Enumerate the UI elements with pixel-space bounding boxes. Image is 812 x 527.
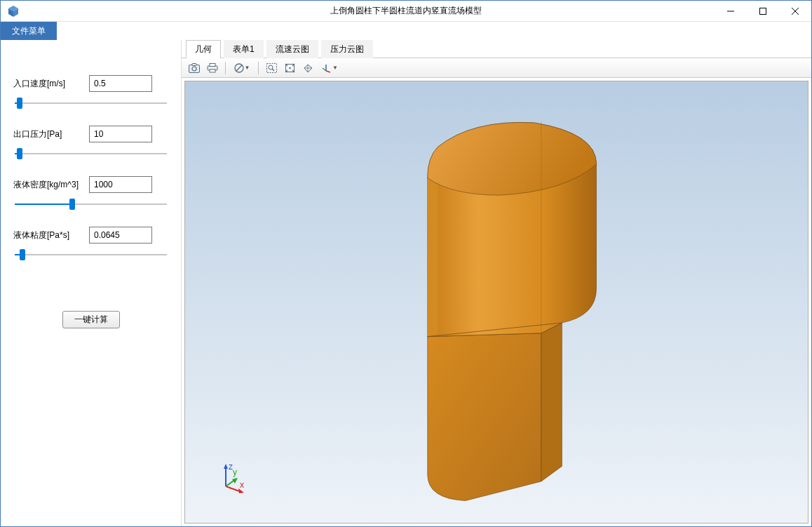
menubar: 文件菜单 xyxy=(1,22,811,40)
zoom-box-button[interactable] xyxy=(263,60,280,76)
svg-rect-7 xyxy=(189,65,200,72)
screenshot-button[interactable] xyxy=(186,60,203,76)
svg-line-17 xyxy=(272,69,274,71)
outlet-pressure-input[interactable] xyxy=(89,126,152,142)
field-outlet-pressure: 出口压力[Pa] xyxy=(13,126,168,142)
svg-line-14 xyxy=(236,65,241,70)
outlet-pressure-slider[interactable] xyxy=(13,147,168,161)
titlebar: 上倒角圆柱下半圆柱流道内竖直流场模型 xyxy=(1,1,811,22)
window-controls xyxy=(715,1,811,21)
svg-rect-12 xyxy=(210,69,215,72)
model-3d xyxy=(185,81,808,523)
field-label: 液体粘度[Pa*s] xyxy=(13,229,89,241)
field-label: 液体密度[kg/m^3] xyxy=(13,179,89,191)
field-label: 入口速度[m/s] xyxy=(13,78,89,90)
maximize-button[interactable] xyxy=(747,1,779,21)
chevron-down-icon: ▼ xyxy=(332,65,338,71)
field-density: 液体密度[kg/m^3] xyxy=(13,176,168,193)
viewport-toolbar: ▼ ▼ xyxy=(182,58,811,78)
zoom-extents-button[interactable] xyxy=(281,60,298,76)
svg-line-22 xyxy=(323,68,326,71)
tab-pressure-cloud[interactable]: 压力云图 xyxy=(321,40,373,58)
field-inlet-velocity: 入口速度[m/s] xyxy=(13,75,168,92)
content-area: 几何 表单1 流速云图 压力云图 ▼ xyxy=(182,40,811,526)
svg-line-21 xyxy=(326,71,330,72)
close-button[interactable] xyxy=(779,1,811,21)
window-title: 上倒角圆柱下半圆柱流道内竖直流场模型 xyxy=(330,5,482,17)
chevron-down-icon: ▼ xyxy=(245,65,250,71)
viscosity-slider[interactable] xyxy=(13,248,168,262)
svg-rect-8 xyxy=(192,63,196,65)
file-menu[interactable]: 文件菜单 xyxy=(1,22,57,40)
svg-rect-11 xyxy=(210,63,215,66)
svg-marker-26 xyxy=(224,464,228,469)
field-viscosity: 液体粘度[Pa*s] xyxy=(13,227,168,244)
sidebar: 入口速度[m/s] 出口压力[Pa] 液体密度[kg/m^3] 液体粘度[Pa*… xyxy=(1,40,182,526)
axis-indicator: z x y xyxy=(216,462,248,495)
axis-orientation-button[interactable]: ▼ xyxy=(318,60,341,76)
svg-point-19 xyxy=(289,67,290,68)
print-button[interactable] xyxy=(204,60,221,76)
axis-y-label: y xyxy=(233,467,237,477)
inlet-velocity-slider[interactable] xyxy=(13,96,168,110)
svg-rect-15 xyxy=(266,63,276,72)
clear-button[interactable]: ▼ xyxy=(230,60,254,76)
zoom-selection-button[interactable] xyxy=(299,60,316,76)
tab-velocity-cloud[interactable]: 流速云图 xyxy=(266,40,318,58)
toolbar-separator xyxy=(258,62,259,74)
field-label: 出口压力[Pa] xyxy=(13,128,89,140)
density-input[interactable] xyxy=(89,176,152,193)
density-slider[interactable] xyxy=(13,197,168,211)
tabs: 几何 表单1 流速云图 压力云图 xyxy=(182,40,811,58)
tab-form1[interactable]: 表单1 xyxy=(224,40,264,58)
inlet-velocity-input[interactable] xyxy=(89,75,152,92)
viscosity-input[interactable] xyxy=(89,227,152,244)
toolbar-separator xyxy=(225,62,226,74)
minimize-button[interactable] xyxy=(715,1,747,21)
compute-button[interactable]: 一键计算 xyxy=(62,311,120,328)
viewport-3d[interactable]: z x y xyxy=(184,81,808,523)
svg-rect-4 xyxy=(760,8,766,14)
app-icon xyxy=(6,4,20,18)
tab-geometry[interactable]: 几何 xyxy=(186,40,221,58)
main-area: 入口速度[m/s] 出口压力[Pa] 液体密度[kg/m^3] 液体粘度[Pa*… xyxy=(1,40,811,526)
axis-x-label: x xyxy=(240,480,244,490)
